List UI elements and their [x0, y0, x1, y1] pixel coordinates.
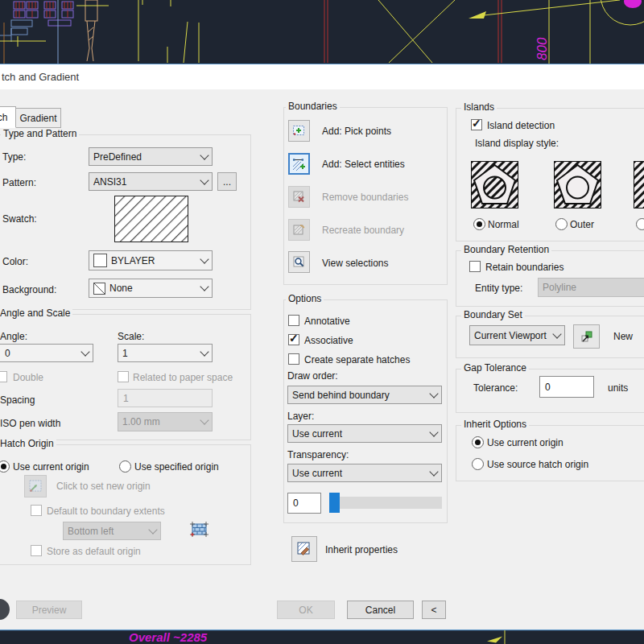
background-value: None: [109, 283, 197, 294]
chevron-down-icon: [80, 347, 89, 356]
help-icon[interactable]: [0, 599, 10, 620]
pattern-dropdown[interactable]: ANSI31: [89, 172, 213, 191]
check-icon: ✓: [289, 332, 299, 345]
pick-points-label: Add: Pick points: [322, 126, 391, 137]
inherit-properties-button[interactable]: [291, 536, 317, 562]
group-islands-label: Islands: [461, 101, 497, 113]
boundary-set-dropdown[interactable]: Current Viewport: [469, 325, 565, 345]
color-dropdown[interactable]: BYLAYER: [89, 250, 213, 270]
inherit-use-source-label: Use source hatch origin: [487, 459, 588, 470]
swatch-label: Swatch:: [2, 213, 37, 225]
annotative-checkbox[interactable]: [288, 315, 299, 326]
separate-hatches-checkbox[interactable]: [288, 353, 299, 365]
recreate-boundary-label: Recreate boundary: [322, 225, 404, 236]
tab-hatch[interactable]: ch: [0, 106, 16, 128]
angle-label: Angle:: [0, 331, 27, 342]
pick-points-button[interactable]: [288, 120, 310, 142]
iso-pen-width-dropdown: 1.00 mm: [118, 412, 213, 431]
scale-dropdown[interactable]: 1: [118, 344, 213, 362]
double-checkbox: [0, 371, 7, 382]
island-outer-label: Outer: [570, 219, 594, 230]
inherit-properties-icon: [295, 540, 313, 558]
set-origin-icon: [27, 478, 43, 494]
island-normal-radio[interactable]: [473, 218, 485, 230]
cancel-button[interactable]: Cancel: [347, 601, 414, 619]
tab-hatch-label: ch: [0, 112, 7, 123]
background-label: Background:: [2, 284, 56, 295]
collapse-button[interactable]: <: [422, 601, 446, 619]
island-detection-checkbox[interactable]: ✓: [471, 119, 482, 130]
island-style-normal-preview: [471, 161, 518, 208]
transparency-dropdown[interactable]: Use current: [287, 464, 442, 482]
angle-dropdown[interactable]: 0: [0, 344, 93, 362]
cancel-button-label: Cancel: [365, 605, 395, 616]
inherit-use-current-radio[interactable]: [472, 436, 484, 448]
group-boundary-set-label: Boundary Set: [461, 309, 525, 320]
associative-label: Associative: [304, 335, 353, 346]
retain-boundaries-checkbox[interactable]: [469, 261, 481, 272]
island-ignore-radio[interactable]: [636, 218, 644, 230]
swatch-preview[interactable]: [114, 196, 188, 242]
related-paper-space-label: Related to paper space: [133, 372, 233, 383]
transparency-value: Use current: [292, 468, 427, 479]
dialog-title: tch and Gradient: [2, 71, 79, 83]
tab-gradient[interactable]: Gradient: [15, 108, 61, 128]
type-dropdown[interactable]: PreDefined: [89, 147, 213, 166]
chevron-down-icon: [148, 525, 157, 534]
draw-order-dropdown[interactable]: Send behind boundary: [287, 386, 442, 404]
ellipsis-icon: ...: [223, 176, 231, 188]
entity-type-label: Entity type:: [475, 283, 522, 294]
island-style-label: Island display style:: [475, 138, 559, 149]
chevron-down-icon: [200, 415, 208, 424]
group-hatch-origin-label: Hatch Origin: [0, 438, 56, 449]
chevron-down-icon: [552, 329, 561, 338]
units-label: units: [608, 382, 628, 394]
ok-button-label: OK: [299, 605, 312, 616]
click-to-set-origin-label: Click to set new origin: [56, 481, 151, 492]
set-origin-button: [24, 475, 47, 497]
cad-bottom-strip: Overall ~2285: [0, 630, 644, 644]
transparency-label: Transparency:: [287, 449, 349, 460]
associative-checkbox[interactable]: ✓: [288, 334, 299, 345]
default-extents-checkbox: [31, 505, 42, 516]
screen: 800 tch and Gradient ch Gradient Type an…: [0, 0, 644, 644]
recreate-boundary-button: [288, 219, 310, 241]
entity-type-value: Polyline: [543, 282, 644, 293]
new-boundary-set-button[interactable]: [573, 324, 600, 349]
color-label: Color:: [2, 256, 28, 267]
group-boundaries-label: Boundaries: [286, 101, 340, 112]
tab-gradient-label: Gradient: [19, 113, 56, 124]
transparency-slider-handle[interactable]: [329, 493, 340, 513]
group-type-pattern-label: Type and Pattern: [1, 128, 79, 139]
iso-pen-width-label: ISO pen width: [0, 418, 60, 429]
tolerance-input[interactable]: 0: [539, 376, 594, 398]
island-detection-label: Island detection: [487, 120, 555, 131]
boundary-set-new-label: New: [613, 331, 633, 342]
preview-button-label: Preview: [32, 605, 67, 616]
origin-corner-value: Bottom left: [68, 526, 146, 537]
background-dropdown[interactable]: None: [89, 279, 213, 298]
entity-type-dropdown: Polyline: [538, 278, 644, 297]
annotative-label: Annotative: [304, 316, 350, 327]
layer-dropdown[interactable]: Use current: [287, 424, 442, 443]
transparency-input[interactable]: 0: [287, 493, 321, 514]
inherit-use-current-label: Use current origin: [487, 437, 564, 448]
cad-top-strip: 800: [0, 0, 644, 64]
inherit-use-source-radio[interactable]: [472, 458, 484, 470]
transparency-slider-track[interactable]: [329, 497, 442, 509]
island-outer-radio[interactable]: [555, 218, 568, 230]
use-specified-origin-radio[interactable]: [119, 460, 131, 473]
pattern-value: ANSI31: [93, 176, 197, 188]
boundary-set-value: Current Viewport: [474, 330, 550, 341]
type-label: Type:: [2, 151, 26, 163]
retain-boundaries-label: Retain boundaries: [485, 262, 564, 273]
tolerance-value: 0: [545, 382, 551, 393]
pattern-browse-button[interactable]: ...: [217, 172, 237, 191]
select-entities-button[interactable]: [288, 153, 310, 175]
group-angle-scale-label: Angle and Scale: [0, 308, 72, 319]
view-selections-button[interactable]: [288, 251, 310, 273]
island-style-ignore-preview: [634, 161, 644, 208]
double-label: Double: [13, 372, 43, 383]
spacing-value: 1: [123, 393, 129, 404]
view-selections-icon: [291, 254, 308, 270]
